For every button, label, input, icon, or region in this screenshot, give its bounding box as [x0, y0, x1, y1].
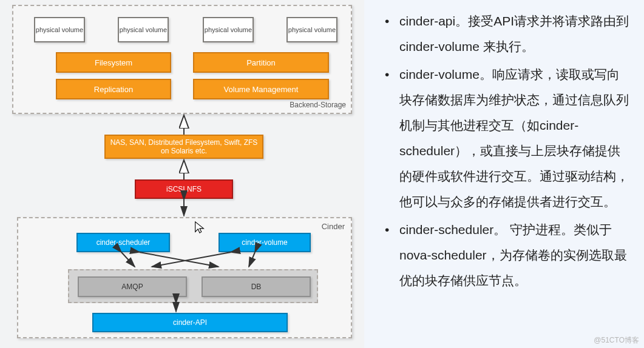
replication-box: Replication: [56, 79, 171, 99]
watermark: @51CTO博客: [594, 335, 639, 346]
cursor-icon: [193, 221, 206, 234]
iscsi-nfs-box: iSCSI,NFS: [135, 179, 233, 199]
bullet-cinder-scheduler: cinder-scheduler。 守护进程。类似于nova-scheduler…: [385, 217, 629, 293]
backend-storage-box: Backend-Storage physical volume physical…: [12, 5, 352, 114]
partition-box: Partition: [193, 52, 329, 73]
page-root: Backend-Storage physical volume physical…: [0, 0, 644, 348]
nas-san-box: NAS, SAN, Distributed Filesystem, Swift,…: [104, 135, 263, 159]
description-panel: cinder-api。接受API请求并将请求路由到 cinder-volume …: [364, 0, 644, 348]
bullet-cinder-api: cinder-api。接受API请求并将请求路由到 cinder-volume …: [385, 8, 629, 59]
amqp-db-group: AMQP DB: [68, 269, 318, 303]
architecture-diagram: Backend-Storage physical volume physical…: [0, 0, 364, 348]
cinder-volume-box: cinder-volume: [219, 233, 311, 252]
physical-volume-1: physical volume: [34, 17, 85, 42]
volume-management-box: Volume Management: [193, 79, 329, 99]
physical-volume-3: physical volume: [203, 17, 254, 42]
filesystem-box: Filesystem: [56, 52, 171, 73]
cinder-scheduler-box: cinder-scheduler: [76, 233, 170, 252]
cinder-api-box: cinder-API: [92, 313, 288, 332]
cinder-box: Cinder cinder-scheduler cinder-volume AM…: [17, 217, 352, 338]
amqp-box: AMQP: [78, 276, 187, 297]
bullet-cinder-volume: cinder-volume。响应请求，读取或写向块存储数据库为维护状态，通过信息…: [385, 62, 629, 215]
physical-volume-2: physical volume: [118, 17, 169, 42]
physical-volume-4: physical volume: [286, 17, 337, 42]
backend-storage-label: Backend-Storage: [290, 101, 346, 109]
cinder-label: Cinder: [322, 222, 345, 231]
db-box: DB: [202, 276, 311, 297]
